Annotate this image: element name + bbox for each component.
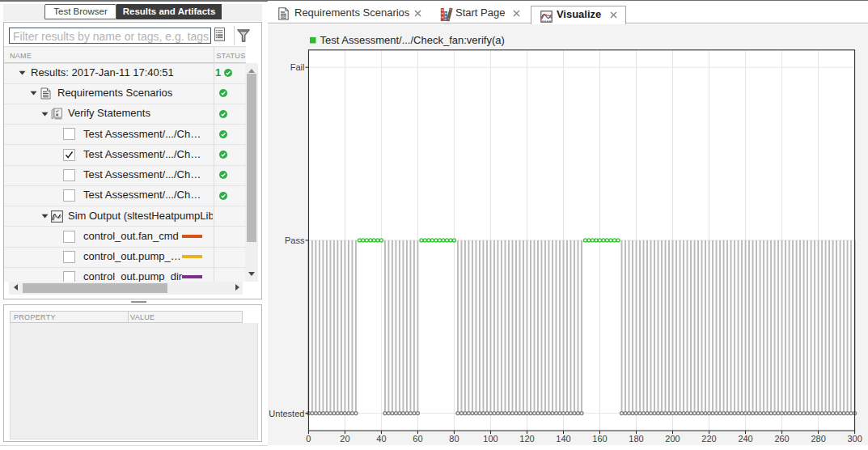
svg-text:240: 240 [738, 434, 752, 444]
svg-text:220: 220 [701, 434, 716, 444]
svg-text:180: 180 [629, 434, 643, 444]
svg-text:160: 160 [592, 434, 607, 444]
svg-text:60: 60 [413, 434, 422, 444]
svg-text:40: 40 [376, 434, 386, 444]
svg-text:80: 80 [449, 434, 459, 444]
svg-text:300: 300 [847, 434, 862, 444]
svg-text:Fail: Fail [290, 62, 305, 72]
svg-text:Pass: Pass [285, 235, 305, 244]
svg-text:0: 0 [306, 434, 311, 444]
svg-text:Untested: Untested [269, 408, 304, 418]
svg-text:20: 20 [340, 434, 349, 444]
svg-text:100: 100 [483, 434, 498, 444]
svg-text:Test Assessment/.../Check_fan:: Test Assessment/.../Check_fan:verify(a) [320, 33, 505, 45]
svg-text:200: 200 [665, 434, 680, 444]
svg-text:260: 260 [774, 434, 789, 444]
svg-text:280: 280 [811, 434, 825, 444]
svg-text:140: 140 [556, 434, 570, 444]
svg-text:120: 120 [519, 434, 534, 444]
